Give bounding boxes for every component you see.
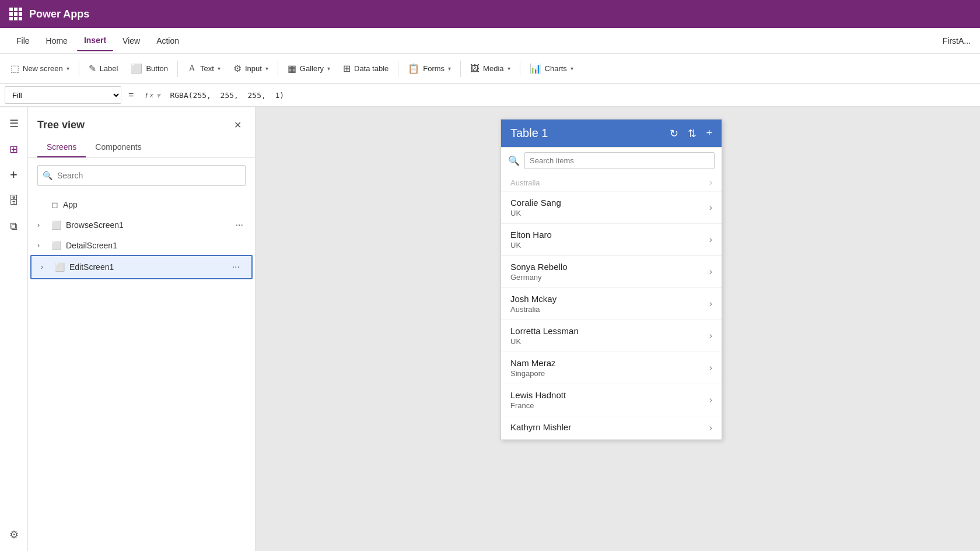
toolbar-divider-3 [278, 61, 278, 77]
screen-icon: ⬜ [51, 220, 61, 230]
table-row[interactable]: Josh Mckay Australia › [501, 288, 722, 320]
gallery-button[interactable]: ▦ Gallery ▾ [282, 57, 336, 80]
charts-button[interactable]: 📊 Charts ▾ [524, 57, 579, 80]
row-country: Germany [510, 273, 568, 282]
tab-screens[interactable]: Screens [37, 138, 86, 157]
forms-button[interactable]: 📋 Forms ▾ [402, 57, 457, 80]
tree-view-button[interactable]: ⊞ [2, 138, 26, 161]
hamburger-menu-button[interactable]: ☰ [2, 112, 26, 135]
browse-screen-more-button[interactable]: ··· [233, 219, 246, 231]
row-country: Australia [510, 305, 556, 314]
table-row[interactable]: Kathyrn Mishler › [501, 416, 722, 440]
detail-screen-label: DetailScreen1 [66, 241, 246, 250]
row-arrow: › [709, 234, 712, 245]
row-arrow: › [709, 266, 712, 277]
search-icon: 🔍 [43, 171, 52, 180]
tree-view-title: Tree view [37, 119, 85, 131]
data-table-button[interactable]: ⊞ Data table [337, 57, 394, 80]
row-country: UK [510, 241, 552, 250]
table-sort-button[interactable]: ⇅ [688, 127, 696, 140]
input-button[interactable]: ⚙ Input ▾ [228, 57, 274, 80]
row-country: UK [510, 337, 579, 346]
menu-home[interactable]: Home [39, 30, 75, 51]
table-row[interactable]: Nam Meraz Singapore › [501, 352, 722, 384]
tree-item-browse-screen[interactable]: › ⬜ BrowseScreen1 ··· [28, 214, 255, 236]
new-screen-dropdown-arrow: ▾ [66, 65, 69, 72]
table-search: 🔍 [501, 147, 722, 174]
row-arrow: › [709, 423, 712, 433]
input-dropdown-arrow: ▾ [265, 65, 268, 72]
user-label: FirstA... [943, 36, 971, 45]
app-icon: ◻ [51, 200, 58, 209]
table-row[interactable]: Sonya Rebello Germany › [501, 256, 722, 288]
table-title: Table 1 [510, 127, 548, 140]
text-dropdown-arrow: ▾ [218, 65, 220, 72]
table-row[interactable]: Elton Haro UK › [501, 224, 722, 256]
top-bar: Power Apps [0, 0, 980, 28]
equals-sign: = [126, 90, 136, 100]
row-country: Singapore [510, 369, 556, 378]
label-icon: ✎ [89, 63, 96, 74]
tree-view-panel: Tree view ✕ Screens Components 🔍 ◻ App ›… [28, 107, 256, 551]
new-screen-button[interactable]: ⬚ New screen ▾ [5, 57, 75, 80]
fx-button[interactable]: f x ▾ [141, 89, 165, 102]
close-button[interactable]: ✕ [229, 117, 246, 133]
table-row[interactable]: Lorretta Lessman UK › [501, 320, 722, 352]
menu-view[interactable]: View [116, 30, 147, 51]
toolbar-divider-4 [398, 61, 398, 77]
edit-screen-label: EditScreen1 [69, 262, 225, 272]
fill-select[interactable]: Fill [5, 86, 121, 104]
sidebar-icons: ☰ ⊞ + 🗄 ⧉ ⚙ [0, 107, 28, 551]
menu-insert[interactable]: Insert [77, 30, 113, 51]
table-row[interactable]: Australia › [501, 174, 722, 192]
formula-bar: Fill = f x ▾ [0, 84, 980, 107]
tree-search-box[interactable]: 🔍 [37, 165, 246, 186]
tree-app-item[interactable]: ◻ App [28, 195, 255, 214]
media-icon: 🖼 [470, 64, 480, 74]
table-rows: Australia › Coralie Sang UK › Elton Haro… [501, 174, 722, 440]
row-country: UK [510, 209, 561, 217]
table-header: Table 1 ↻ ⇅ + [501, 120, 722, 147]
menu-file[interactable]: File [9, 30, 37, 51]
button-icon: ⬜ [131, 63, 142, 74]
settings-icon-button[interactable]: ⚙ [2, 523, 26, 546]
chevron-icon: › [37, 241, 47, 250]
table-widget: Table 1 ↻ ⇅ + 🔍 Australia › [501, 119, 722, 440]
tree-content: ◻ App › ⬜ BrowseScreen1 ··· › ⬜ DetailSc… [28, 193, 255, 551]
row-arrow: › [709, 395, 712, 405]
tree-item-detail-screen[interactable]: › ⬜ DetailScreen1 [28, 236, 255, 255]
menu-bar: File Home Insert View Action FirstA... [0, 28, 980, 54]
button-button[interactable]: ⬜ Button [125, 57, 174, 80]
table-row[interactable]: Coralie Sang UK › [501, 192, 722, 224]
media-button[interactable]: 🖼 Media ▾ [464, 57, 516, 80]
row-arrow: › [709, 299, 712, 309]
charts-icon: 📊 [530, 63, 541, 74]
row-arrow: › [709, 202, 712, 213]
input-icon: ⚙ [233, 63, 242, 74]
row-name: Lorretta Lessman [510, 326, 579, 336]
table-header-actions: ↻ ⇅ + [670, 127, 712, 140]
tab-components[interactable]: Components [86, 138, 150, 157]
row-name: Elton Haro [510, 230, 552, 240]
gallery-dropdown-arrow: ▾ [327, 65, 330, 72]
menu-action[interactable]: Action [149, 30, 186, 51]
table-refresh-button[interactable]: ↻ [670, 127, 678, 140]
add-button[interactable]: + [2, 163, 26, 187]
tree-item-edit-screen[interactable]: › ⬜ EditScreen1 ··· [30, 255, 253, 279]
media-dropdown-arrow: ▾ [508, 65, 510, 72]
row-name: Coralie Sang [510, 198, 561, 208]
edit-screen-more-button[interactable]: ··· [230, 261, 242, 273]
tree-search-input[interactable] [57, 171, 240, 180]
table-search-input[interactable] [524, 152, 715, 169]
text-button[interactable]: Ａ Text ▾ [181, 57, 226, 80]
database-icon-button[interactable]: 🗄 [2, 189, 26, 212]
components-icon-button[interactable]: ⧉ [2, 215, 26, 238]
app-title: Power Apps [29, 8, 89, 20]
label-button[interactable]: ✎ Label [83, 57, 124, 80]
formula-input[interactable] [170, 91, 975, 100]
search-icon: 🔍 [508, 155, 520, 166]
waffle-icon[interactable] [9, 8, 22, 20]
table-add-button[interactable]: + [706, 127, 712, 139]
table-row[interactable]: Lewis Hadnott France › [501, 384, 722, 416]
row-name: Kathyrn Mishler [510, 422, 571, 432]
